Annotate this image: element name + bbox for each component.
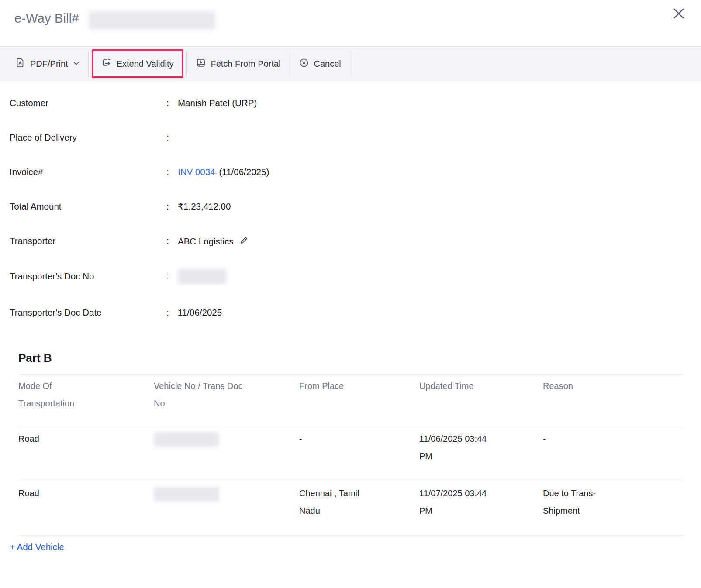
cancel-button[interactable]: Cancel [290,47,350,81]
customer-value: Manish Patel (URP) [178,97,257,109]
mode-cell: Road [18,426,154,481]
toolbar: PDF/Print Extend Validity [0,46,701,81]
total-amount-value: ₹1,23,412.00 [178,200,231,213]
redacted-doc-no [178,268,227,284]
extend-validity-highlight: Extend Validity [92,49,183,78]
pdf-print-button[interactable]: PDF/Print [6,47,88,81]
redacted-vehicle-no [154,432,219,447]
transporter-doc-date-label: Transporter's Doc Date [10,306,166,319]
fetch-from-portal-button[interactable]: Fetch From Portal [187,47,290,81]
toolbar-divider [350,51,350,76]
detail-row-invoice: Invoice# : INV 0034(11/06/2025) [10,166,701,178]
transporter-doc-no-value [178,270,227,284]
modal-header: e-Way Bill# [0,0,701,46]
table-header-row: Mode Of Transportation Vehicle No / Tran… [18,374,684,426]
updated-time-cell: 11/07/2025 03:44 PM [419,481,543,535]
table-row: Road - 11/06/2025 03:44 PM - [18,426,684,481]
chevron-down-icon [73,59,79,69]
total-amount-label: Total Amount [10,200,166,213]
invoice-value: INV 0034(11/06/2025) [178,166,269,178]
col-vehicle-no: Vehicle No / Trans Doc No [154,375,299,426]
pdf-print-label: PDF/Print [30,59,68,69]
cancel-label: Cancel [314,59,341,69]
page-title: e-Way Bill# [14,9,79,28]
redacted-vehicle-no [154,487,219,502]
col-reason: Reason [543,375,666,426]
extend-validity-icon [101,58,112,70]
pdf-icon [15,58,25,70]
close-icon[interactable] [671,6,686,21]
toolbar-divider [88,51,89,76]
detail-row-transporter-doc-no: Transporter's Doc No : [10,270,701,284]
col-updated-time: Updated Time [419,375,543,426]
transporter-label: Transporter [10,235,166,247]
extend-validity-button[interactable]: Extend Validity [93,51,182,76]
invoice-link[interactable]: INV 0034 [178,167,215,177]
place-of-delivery-label: Place of Delivery [10,131,166,144]
detail-row-total-amount: Total Amount : ₹1,23,412.00 [10,200,701,213]
mode-cell: Road [18,481,154,535]
vehicle-cell [154,426,299,481]
detail-row-customer: Customer : Manish Patel (URP) [10,97,701,109]
detail-row-place-of-delivery: Place of Delivery : [10,131,701,144]
part-b-section: Part B Mode Of Transportation Vehicle No… [0,351,701,536]
cancel-circle-x-icon [299,58,309,70]
reason-cell: Due to Trans-Shipment [543,481,666,535]
redacted-bill-number [89,11,215,30]
part-b-heading: Part B [18,351,684,365]
col-from-place: From Place [299,375,419,426]
updated-time-cell: 11/06/2025 03:44 PM [419,426,543,481]
transporter-value: ABC Logistics [178,235,249,248]
transporter-doc-date-value: 11/06/2025 [178,306,222,319]
edit-transporter-icon[interactable] [239,236,249,248]
detail-row-transporter-doc-date: Transporter's Doc Date : 11/06/2025 [10,306,701,319]
invoice-label: Invoice# [10,166,166,178]
table-row: Road Chennai , Tamil Nadu 11/07/2025 03:… [18,481,684,536]
fetch-from-portal-label: Fetch From Portal [211,59,281,69]
from-place-cell: - [299,426,419,481]
customer-label: Customer [10,97,166,109]
extend-validity-label: Extend Validity [117,59,174,69]
add-vehicle-link[interactable]: + Add Vehicle [10,542,64,552]
col-mode-of-transportation: Mode Of Transportation [18,375,154,426]
transporter-doc-no-label: Transporter's Doc No [10,270,166,282]
vehicle-cell [154,481,299,535]
bill-details: Customer : Manish Patel (URP) Place of D… [0,81,701,319]
detail-row-transporter: Transporter : ABC Logistics [10,235,701,248]
fetch-download-icon [196,58,206,70]
reason-cell: - [543,426,666,481]
invoice-date: (11/06/2025) [219,167,269,177]
from-place-cell: Chennai , Tamil Nadu [299,481,419,535]
